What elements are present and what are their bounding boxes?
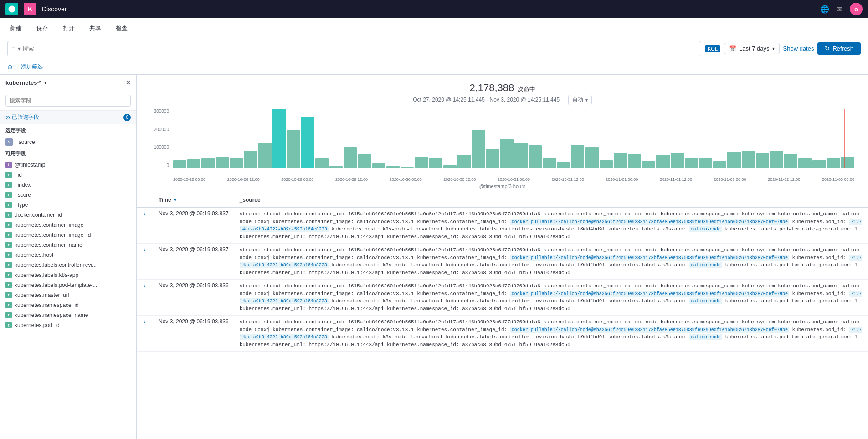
date-picker[interactable]: 📅 Last 7 days ▾ bbox=[724, 43, 780, 54]
histogram-bar[interactable] bbox=[699, 158, 712, 168]
inspect-button[interactable]: 检查 bbox=[113, 22, 130, 34]
histogram-bar[interactable] bbox=[329, 166, 343, 168]
new-button[interactable]: 新建 bbox=[7, 22, 25, 34]
field-key: stream: bbox=[240, 283, 264, 289]
chevron-down-icon: ▾ bbox=[44, 80, 46, 85]
field-key: kubernetes.labels.controller-revision-ha… bbox=[446, 334, 578, 340]
index-pattern-selector[interactable]: kubernetes-* ▾ ✕ bbox=[0, 75, 136, 91]
table-row: ›Nov 3, 2020 @ 06:19:08.836stream: stdou… bbox=[137, 280, 868, 316]
show-dates-button[interactable]: Show dates bbox=[783, 45, 814, 52]
filtered-label-text[interactable]: 已筛选字段 bbox=[12, 113, 39, 121]
expand-row-button[interactable]: › bbox=[142, 282, 148, 289]
histogram-bar[interactable] bbox=[671, 153, 684, 168]
histogram-bar[interactable] bbox=[642, 161, 655, 168]
histogram-bar[interactable] bbox=[500, 139, 513, 168]
histogram-bar[interactable] bbox=[827, 158, 840, 168]
id-field[interactable]: t _id bbox=[0, 170, 136, 180]
container-image-id-field[interactable]: t kubernetes.container_image_id bbox=[0, 230, 136, 240]
histogram-bar[interactable] bbox=[344, 147, 357, 168]
histogram-bar[interactable] bbox=[784, 154, 797, 168]
source-field[interactable]: S _source bbox=[0, 137, 136, 148]
pod-id-field-name: kubernetes.pod_id bbox=[15, 322, 60, 328]
histogram-bar[interactable] bbox=[656, 155, 669, 168]
share-button[interactable]: 共享 bbox=[87, 22, 104, 34]
histogram-bar[interactable] bbox=[443, 165, 457, 168]
histogram-bar[interactable] bbox=[742, 151, 755, 168]
mail-icon[interactable]: ✉ bbox=[837, 5, 842, 14]
histogram-bar[interactable] bbox=[472, 130, 485, 168]
namespace-id-field[interactable]: t kubernetes.namespace_id bbox=[0, 300, 136, 310]
histogram-bar[interactable] bbox=[585, 147, 598, 168]
histogram-bar[interactable] bbox=[372, 163, 385, 168]
histogram-bar[interactable] bbox=[187, 159, 200, 168]
sidebar-collapse-icon[interactable]: ✕ bbox=[126, 79, 131, 86]
histogram-bar[interactable] bbox=[486, 149, 499, 168]
histogram-bar[interactable] bbox=[543, 158, 556, 168]
histogram-bar[interactable] bbox=[230, 158, 243, 168]
open-button[interactable]: 打开 bbox=[60, 22, 77, 34]
labels-pod-template-field[interactable]: t kubernetes.labels.pod-template-... bbox=[0, 280, 136, 290]
histogram-bar[interactable] bbox=[614, 153, 627, 168]
histogram-bar[interactable] bbox=[841, 157, 854, 168]
time-col-header[interactable]: Time ▼ bbox=[153, 193, 234, 207]
master-url-field[interactable]: t kubernetes.master_url bbox=[0, 290, 136, 300]
histogram-bar[interactable] bbox=[386, 166, 400, 168]
container-name-field[interactable]: t kubernetes.container_name bbox=[0, 240, 136, 250]
field-search-input[interactable] bbox=[5, 95, 131, 107]
histogram-bar[interactable] bbox=[415, 157, 428, 168]
histogram-bar[interactable] bbox=[685, 158, 698, 168]
container-image-field[interactable]: t kubernetes.container_image bbox=[0, 220, 136, 230]
chevron-down-icon[interactable]: ▾ bbox=[18, 46, 21, 52]
globe-icon[interactable]: 🌐 bbox=[820, 5, 829, 14]
histogram-bar[interactable] bbox=[571, 145, 584, 168]
user-avatar[interactable]: o bbox=[850, 3, 863, 15]
histogram-bar[interactable] bbox=[287, 130, 300, 168]
expand-row-button[interactable]: › bbox=[142, 318, 148, 325]
histogram-bar[interactable] bbox=[600, 160, 613, 168]
field-key: kubernetes.host: bbox=[331, 334, 382, 340]
docker-container-id-field[interactable]: t docker.container_id bbox=[0, 210, 136, 220]
search-input[interactable] bbox=[22, 45, 697, 52]
histogram-bar[interactable] bbox=[272, 109, 286, 168]
expand-row-button[interactable]: › bbox=[142, 210, 148, 217]
histogram-bar[interactable] bbox=[244, 151, 257, 168]
histogram-bar[interactable] bbox=[756, 153, 769, 168]
histogram-bar[interactable] bbox=[557, 162, 570, 168]
score-field[interactable]: t _score bbox=[0, 190, 136, 200]
type-field[interactable]: t _type bbox=[0, 200, 136, 210]
chart-date-range: Oct 27, 2020 @ 14:25:11.445 - Nov 3, 202… bbox=[146, 95, 859, 105]
histogram-bar[interactable] bbox=[457, 155, 471, 168]
add-filter-button[interactable]: + 添加筛选 bbox=[16, 63, 43, 71]
timestamp-field[interactable]: t @timestamp bbox=[0, 160, 136, 170]
index-field[interactable]: t _index bbox=[0, 180, 136, 190]
histogram-bar[interactable] bbox=[770, 151, 783, 168]
pod-id-field[interactable]: t kubernetes.pod_id bbox=[0, 320, 136, 330]
auto-interval-select[interactable]: 自动 ▾ bbox=[568, 95, 592, 105]
histogram-bar[interactable] bbox=[216, 157, 229, 168]
histogram-bar[interactable] bbox=[429, 158, 442, 168]
kql-badge[interactable]: KQL bbox=[705, 45, 720, 52]
histogram-bar[interactable] bbox=[713, 161, 726, 168]
namespace-name-field[interactable]: t kubernetes.namespace_name bbox=[0, 310, 136, 320]
histogram-bar[interactable] bbox=[514, 143, 528, 168]
histogram-bar[interactable] bbox=[201, 158, 215, 168]
histogram-bar[interactable] bbox=[628, 154, 641, 168]
refresh-button[interactable]: ↻ Refresh bbox=[817, 42, 861, 55]
histogram-bar[interactable] bbox=[258, 143, 272, 168]
elastic-logo[interactable] bbox=[5, 3, 18, 15]
save-button[interactable]: 保存 bbox=[34, 22, 51, 34]
histogram-bar[interactable] bbox=[358, 154, 371, 168]
histogram-bar[interactable] bbox=[401, 167, 414, 168]
histogram-bar[interactable] bbox=[798, 158, 812, 168]
histogram-bar[interactable] bbox=[812, 160, 826, 168]
histogram-bar[interactable] bbox=[173, 160, 186, 168]
expand-row-button[interactable]: › bbox=[142, 246, 148, 253]
search-input-wrapper[interactable]: ≡ ▾ bbox=[7, 41, 701, 56]
host-field[interactable]: t kubernetes.host bbox=[0, 250, 136, 260]
labels-k8s-field[interactable]: t kubernetes.labels.k8s-app bbox=[0, 270, 136, 280]
histogram-bar[interactable] bbox=[301, 117, 314, 168]
histogram-bar[interactable] bbox=[529, 145, 542, 168]
labels-controller-field[interactable]: t kubernetes.labels.controller-revi... bbox=[0, 260, 136, 270]
histogram-bar[interactable] bbox=[727, 152, 740, 168]
histogram-bar[interactable] bbox=[315, 158, 329, 168]
